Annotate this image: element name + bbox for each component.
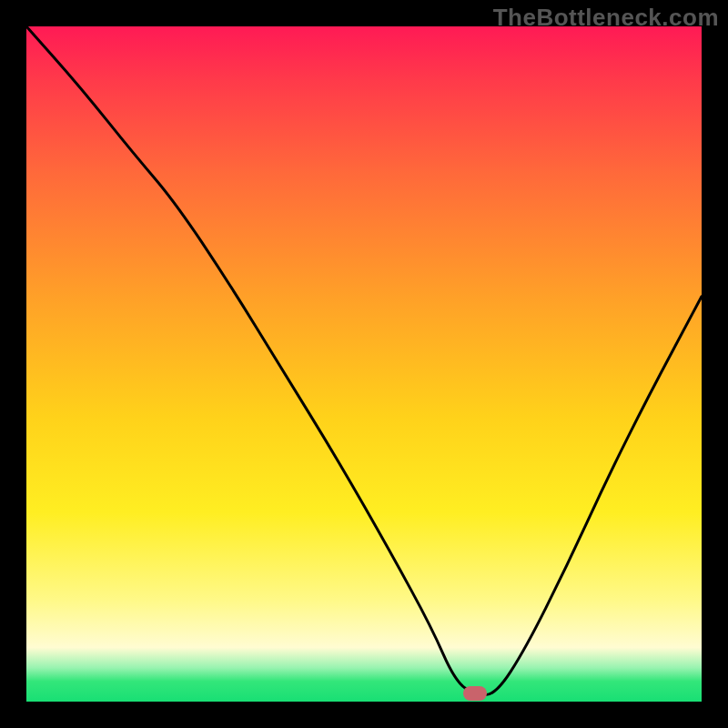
chart-frame: TheBottleneck.com	[0, 0, 728, 728]
bottleneck-curve	[26, 26, 702, 695]
watermark-text: TheBottleneck.com	[493, 4, 719, 32]
optimal-point-marker	[463, 686, 487, 701]
plot-area	[26, 26, 702, 702]
bottleneck-curve-svg	[26, 26, 702, 702]
